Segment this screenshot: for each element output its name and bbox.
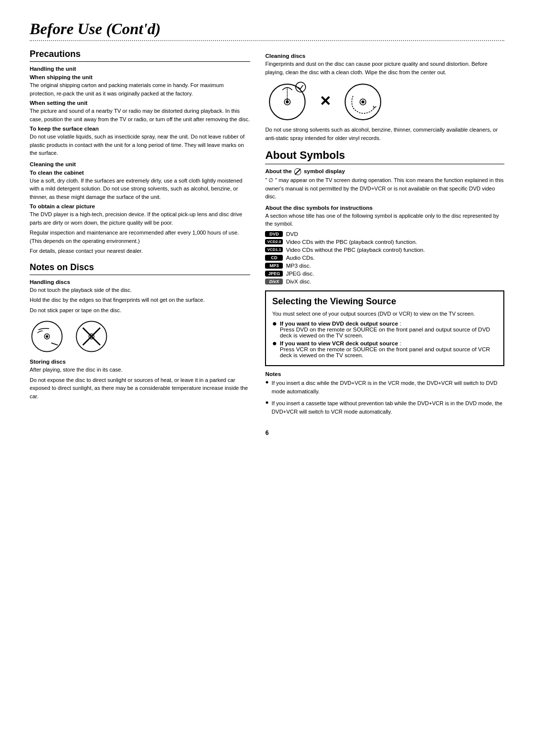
viewing-source-box: Selecting the Viewing Source You must se… [265, 290, 504, 367]
dvd-symbol-row: DVD DVD [265, 231, 504, 237]
cd-symbol-row: CD Audio CDs. [265, 255, 504, 261]
note-item-1: ● If you insert a disc while the DVD+VCR… [265, 379, 504, 397]
cleaning-disc-illustrations: ✕ [265, 81, 504, 121]
symbol-display-text: " ∅ " may appear on the TV screen during… [265, 176, 504, 201]
clean-cabinet-text: Use a soft, dry cloth. If the surfaces a… [30, 177, 250, 201]
cd-label: Audio CDs. [286, 255, 314, 261]
cd-badge: CD [265, 255, 283, 261]
dvd-label: DVD [286, 231, 298, 237]
note-bullet-1: ● [265, 379, 268, 397]
clear-picture-text2: Regular inspection and maintenance are r… [30, 229, 250, 245]
note-text-1: If you insert a disc while the DVD+VCR i… [271, 379, 504, 395]
handling-discs-text3: Do not stick paper or tape on the disc. [30, 306, 250, 315]
disc-x-illustration [74, 319, 109, 354]
vcd20-symbol-row: VCD2.0 Video CDs with the PBC (playback … [265, 239, 504, 245]
note-text-2: If you insert a cassette tape without pr… [271, 399, 504, 416]
notes-discs-divider [30, 275, 250, 275]
shipping-heading: When shipping the unit [30, 74, 250, 80]
handling-discs-heading: Handling discs [30, 279, 250, 285]
cleaning-disc-ok [265, 81, 310, 121]
disc-symbols-heading: About the disc symbols for instructions [265, 205, 504, 211]
storing-discs-heading: Storing discs [30, 359, 250, 365]
clear-picture-text1: The DVD player is a high-tech, precision… [30, 210, 250, 227]
notes-on-discs-section: Notes on Discs Handling discs Do not tou… [30, 262, 250, 401]
x-symbol: ✕ [319, 93, 331, 109]
vcd11-badge: VCD1.1 [265, 247, 283, 252]
vcd20-label: Video CDs with the PBC (playback control… [286, 239, 417, 245]
dvd-source-heading: If you want to view DVD deck output sour… [280, 321, 398, 327]
svg-point-14 [361, 100, 364, 103]
left-column: Precautions Handling the unit When shipp… [30, 49, 250, 420]
clear-picture-heading: To obtain a clear picture [30, 203, 250, 209]
disc-illustrations [30, 319, 250, 354]
cleaning-unit-heading: Cleaning the unit [30, 161, 250, 167]
notes-on-discs-heading: Notes on Discs [30, 262, 250, 273]
divx-label: DivX disc. [286, 279, 311, 284]
dvd-source-colon: : [400, 321, 401, 327]
note-bullet-2: ● [265, 399, 268, 418]
vcr-source-item: ● If you want to view VCR deck output so… [272, 340, 497, 358]
handling-unit-heading: Handling the unit [30, 66, 250, 72]
notes-label: Notes [265, 371, 504, 377]
shipping-text: The original shipping carton and packing… [30, 81, 250, 97]
vcr-source-heading: If you want to view VCR deck output sour… [280, 340, 398, 346]
vcd20-badge: VCD2.0 [265, 239, 283, 244]
handling-discs-text1: Do not touch the playback side of the di… [30, 286, 250, 294]
dvd-source-item: ● If you want to view DVD deck output so… [272, 321, 497, 338]
page-title: Before Use (Cont'd) [30, 20, 504, 38]
mp3-symbol-row: MP3 MP3 disc. [265, 263, 504, 269]
dvd-source-content: If you want to view DVD deck output sour… [280, 321, 497, 338]
svg-point-2 [45, 335, 48, 337]
disc-symbols-intro: A section whose title has one of the fol… [265, 212, 504, 228]
divx-symbol-row: DivX DivX disc. [265, 279, 504, 284]
disc-symbols-subsection: About the disc symbols for instructions … [265, 205, 504, 284]
surface-text: Do not use volatile liquids, such as ins… [30, 133, 250, 157]
precautions-section: Precautions Handling the unit When shipp… [30, 49, 250, 255]
cleaning-discs-text1: Fingerprints and dust on the disc can ca… [265, 60, 504, 76]
right-column: Cleaning discs Fingerprints and dust on … [265, 49, 504, 420]
vcr-source-text: Press VCR on the remote or SOURCE on the… [280, 346, 490, 358]
viewing-source-intro: You must select one of your output sourc… [272, 310, 497, 318]
circle-slash-icon [294, 168, 301, 175]
vcd11-label: Video CDs without the PBC (playback cont… [286, 247, 425, 253]
clean-cabinet-heading: To clean the cabinet [30, 170, 250, 176]
precautions-divider [30, 61, 250, 62]
cleaning-discs-text2: Do not use strong solvents such as alcoh… [265, 126, 504, 142]
vcd11-symbol-row: VCD1.1 Video CDs without the PBC (playba… [265, 247, 504, 253]
storing-discs-text2: Do not expose the disc to direct sunligh… [30, 376, 250, 401]
precautions-heading: Precautions [30, 49, 250, 59]
divx-badge: DivX [265, 279, 283, 284]
symbol-display-subsection: About the symbol display " ∅ " may appea… [265, 168, 504, 201]
setting-heading: When setting the unit [30, 100, 250, 106]
storing-discs-text1: After playing, store the disc in its cas… [30, 366, 250, 374]
symbol-display-heading: About the symbol display [265, 168, 504, 175]
dvd-source-text: Press DVD on the remote or SOURCE on the… [280, 327, 490, 338]
cleaning-discs-heading: Cleaning discs [265, 53, 504, 59]
mp3-label: MP3 disc. [286, 263, 311, 269]
cleaning-discs-section: Cleaning discs Fingerprints and dust on … [265, 53, 504, 142]
jpeg-symbol-row: JPEG JPEG disc. [265, 271, 504, 277]
surface-heading: To keep the surface clean [30, 126, 250, 132]
jpeg-badge: JPEG [265, 271, 283, 277]
clear-picture-text3: For details, please contact your nearest… [30, 247, 250, 255]
page-number: 6 [30, 429, 504, 436]
notes-section: Notes ● If you insert a disc while the D… [265, 371, 504, 418]
dotted-divider [30, 40, 504, 41]
vcr-source-colon: : [400, 340, 401, 346]
about-symbols-section: About Symbols About the symbol display "… [265, 149, 504, 418]
dvd-badge: DVD [265, 231, 283, 237]
vcr-bullet: ● [272, 339, 277, 358]
note-item-2: ● If you insert a cassette tape without … [265, 399, 504, 418]
handling-discs-text2: Hold the disc by the edges so that finge… [30, 296, 250, 304]
viewing-source-heading: Selecting the Viewing Source [272, 296, 497, 307]
disc-ok-illustration [30, 319, 64, 354]
jpeg-label: JPEG disc. [286, 271, 314, 277]
dvd-bullet: ● [272, 320, 277, 338]
cleaning-disc-wrong [341, 81, 385, 121]
about-symbols-heading: About Symbols [265, 149, 504, 162]
mp3-badge: MP3 [265, 263, 283, 269]
about-symbols-divider [265, 164, 504, 164]
setting-text: The picture and sound of a nearby TV or … [30, 107, 250, 123]
vcr-source-content: If you want to view VCR deck output sour… [280, 340, 497, 358]
